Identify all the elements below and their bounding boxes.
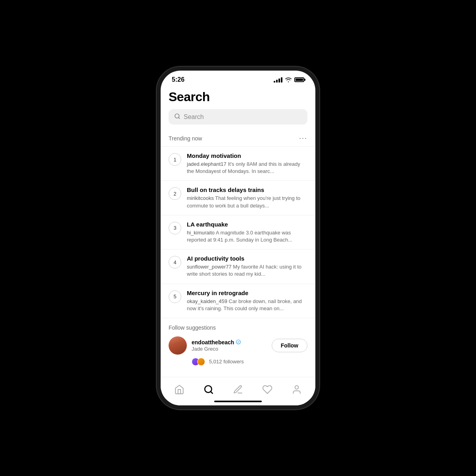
compose-icon	[233, 384, 243, 395]
trending-item[interactable]: 4 AI productivity tools sunflower_power7…	[161, 250, 315, 284]
trend-content: Bull on tracks delays trains mirikitcook…	[187, 186, 307, 209]
nav-item-home[interactable]	[169, 381, 189, 398]
signal-icon	[274, 77, 282, 83]
trending-item[interactable]: 5 Mercury in retrograde okay_kaiden_459 …	[161, 284, 315, 318]
nav-item-profile[interactable]	[287, 381, 307, 398]
trend-rank: 1	[169, 153, 181, 166]
search-icon	[174, 113, 180, 121]
suggestion-top: endoatthebeach Jade Greco	[169, 336, 307, 355]
trend-description: sunflower_power77 My favorite AI hack: u…	[187, 263, 307, 278]
wifi-icon	[285, 77, 292, 83]
battery-icon	[294, 77, 304, 82]
trend-content: Monday motivation jaded.elephant17 It's …	[187, 152, 307, 175]
svg-line-3	[211, 392, 213, 393]
trend-user: mirikitcooks	[187, 195, 214, 201]
search-nav-icon	[203, 384, 214, 395]
trend-title: Monday motivation	[187, 152, 307, 159]
nav-item-search[interactable]	[199, 381, 219, 398]
trending-more-button[interactable]: ···	[299, 134, 307, 142]
search-input-placeholder[interactable]: Search	[184, 113, 204, 121]
status-time: 5:26	[172, 76, 184, 83]
display-name: Jade Greco	[192, 346, 241, 352]
suggestion-left: endoatthebeach Jade Greco	[169, 336, 241, 355]
trend-description: okay_kaiden_459 Car broke down, nail bro…	[187, 298, 307, 312]
trending-section-header: Trending now ···	[161, 131, 315, 146]
trend-rank: 5	[169, 290, 181, 303]
page-header: Search	[161, 86, 315, 109]
follower-mini-avatar	[197, 358, 205, 366]
suggestion-followers: 5,012 followers	[169, 358, 307, 366]
trend-title: LA earthquake	[187, 221, 307, 228]
trending-section-title: Trending now	[169, 135, 202, 142]
trend-description: mirikitcooks That feeling when you're ju…	[187, 195, 307, 209]
suggestion-card: endoatthebeach Jade Greco	[169, 336, 307, 366]
svg-point-4	[295, 386, 299, 389]
scroll-area[interactable]: Search Search Trending now ···	[161, 86, 315, 377]
trend-rank: 4	[169, 256, 181, 269]
search-bar[interactable]: Search	[169, 109, 307, 125]
status-bar: 5:26	[161, 71, 315, 86]
follow-suggestions-section: Follow suggestions endoatthebeach	[161, 318, 315, 369]
nav-item-compose[interactable]	[228, 381, 248, 398]
page-title: Search	[169, 90, 307, 104]
trend-rank: 3	[169, 222, 181, 234]
trend-user: okay_kaiden_459	[187, 298, 227, 304]
follower-avatars	[192, 358, 203, 366]
followers-count: 5,012 followers	[209, 359, 244, 365]
trending-item[interactable]: 3 LA earthquake hi_kimuraito A magnitude…	[161, 215, 315, 250]
status-icons	[274, 77, 304, 83]
svg-line-1	[178, 117, 180, 119]
trend-content: LA earthquake hi_kimuraito A magnitude 3…	[187, 221, 307, 244]
trend-user: hi_kimuraito	[187, 230, 215, 236]
follow-button[interactable]: Follow	[272, 339, 307, 352]
trend-user: jaded.elephant17	[187, 161, 226, 167]
trend-title: Bull on tracks delays trains	[187, 186, 307, 193]
trend-rank: 2	[169, 187, 181, 200]
follow-suggestions-title: Follow suggestions	[169, 324, 307, 331]
user-info: endoatthebeach Jade Greco	[192, 339, 241, 352]
profile-icon	[292, 384, 302, 395]
username: endoatthebeach	[192, 339, 234, 345]
trending-item[interactable]: 1 Monday motivation jaded.elephant17 It'…	[161, 147, 315, 181]
trending-item[interactable]: 2 Bull on tracks delays trains mirikitco…	[161, 181, 315, 215]
phone-frame: 5:26 Search	[161, 71, 315, 405]
trend-user: sunflower_power77	[187, 264, 232, 270]
trend-description: hi_kimuraito A magnitude 3.0 earthquake …	[187, 229, 307, 244]
verified-badge	[236, 339, 241, 346]
avatar	[169, 336, 187, 355]
app-content: Search Search Trending now ···	[161, 86, 315, 405]
home-icon	[174, 384, 184, 395]
nav-item-activity[interactable]	[257, 381, 277, 398]
trending-list: 1 Monday motivation jaded.elephant17 It'…	[161, 146, 315, 318]
search-bar-container: Search	[161, 109, 315, 131]
username-row: endoatthebeach	[192, 339, 241, 346]
trend-title: AI productivity tools	[187, 255, 307, 262]
trend-content: Mercury in retrograde okay_kaiden_459 Ca…	[187, 290, 307, 312]
home-indicator	[214, 401, 262, 402]
trend-content: AI productivity tools sunflower_power77 …	[187, 255, 307, 278]
heart-icon	[262, 384, 273, 395]
trend-description: jaded.elephant17 It's only 8AM and this …	[187, 161, 307, 175]
trend-title: Mercury in retrograde	[187, 290, 307, 296]
